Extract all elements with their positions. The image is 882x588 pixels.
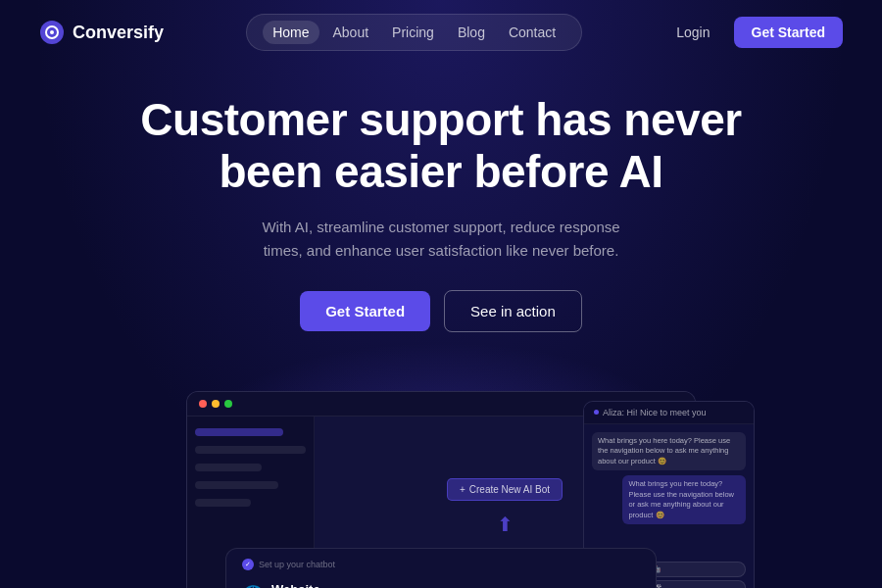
setup-website-info: Website Scan your website's content to g… [271,582,545,588]
hero-section: Customer support has never been easier b… [0,65,882,381]
create-btn-label: Create New AI Bot [469,484,550,495]
login-button[interactable]: Login [664,19,721,46]
dashboard-preview: + Create New AI Bot ⬆ or Drop PDF/Doc he… [0,381,882,588]
sidebar-mock-item-2 [195,446,306,454]
window-dot-close [199,400,207,408]
logo-icon [39,20,65,45]
sidebar-mock-item-3 [195,464,262,471]
nav-links: Home About Pricing Blog Contact [246,14,582,51]
sidebar-mock-item-4 [195,481,278,489]
chat-bubble-bot-1: What brings you here today? Please use t… [592,432,746,471]
setup-check-icon: ✓ [242,559,254,570]
setup-header: ✓ Set up your chatbot [226,549,656,576]
nav-item-home[interactable]: Home [263,21,318,44]
window-dot-maximize [224,400,232,408]
get-started-nav-button[interactable]: Get Started [734,17,843,48]
plus-icon: + [460,484,466,495]
upload-icon: ⬆ [489,509,520,540]
logo-text: Conversify [73,23,164,43]
see-in-action-button[interactable]: See in action [444,290,582,332]
globe-icon: 🌐 [242,584,264,588]
setup-step-label: Set up your chatbot [259,560,335,569]
nav-actions: Login Get Started [664,17,843,48]
chat-status-dot [594,410,599,415]
nav-item-contact[interactable]: Contact [499,21,565,44]
chat-bubble-user-1: What brings you here today? Please use t… [622,475,746,524]
hero-subtitle: With AI, streamline customer support, re… [245,216,637,263]
chat-messages: What brings you here today? Please use t… [584,424,754,562]
svg-point-2 [50,30,54,34]
sidebar-mock-item-1 [195,428,283,436]
chat-header: Aliza: Hi! Nice to meet you [584,402,754,424]
setup-window: ✓ Set up your chatbot 🌐 Website Scan you… [225,548,657,588]
chat-header-text: Aliza: Hi! Nice to meet you [603,408,707,417]
hero-buttons: Get Started See in action [39,290,843,332]
nav-item-pricing[interactable]: Pricing [382,21,444,44]
nav-item-blog[interactable]: Blog [448,21,495,44]
setup-website-title: Website [271,582,545,588]
sidebar-mock-item-5 [195,499,251,507]
hero-title: Customer support has never been easier b… [127,94,755,198]
nav-logo[interactable]: Conversify [39,20,164,45]
navbar: Conversify Home About Pricing Blog Conta… [0,0,882,65]
create-btn-mock: + Create New AI Bot [447,478,563,501]
window-dot-minimize [212,400,220,408]
nav-item-about[interactable]: About [323,21,379,44]
setup-website: 🌐 Website Scan your website's content to… [226,576,656,588]
get-started-button[interactable]: Get Started [300,291,430,331]
